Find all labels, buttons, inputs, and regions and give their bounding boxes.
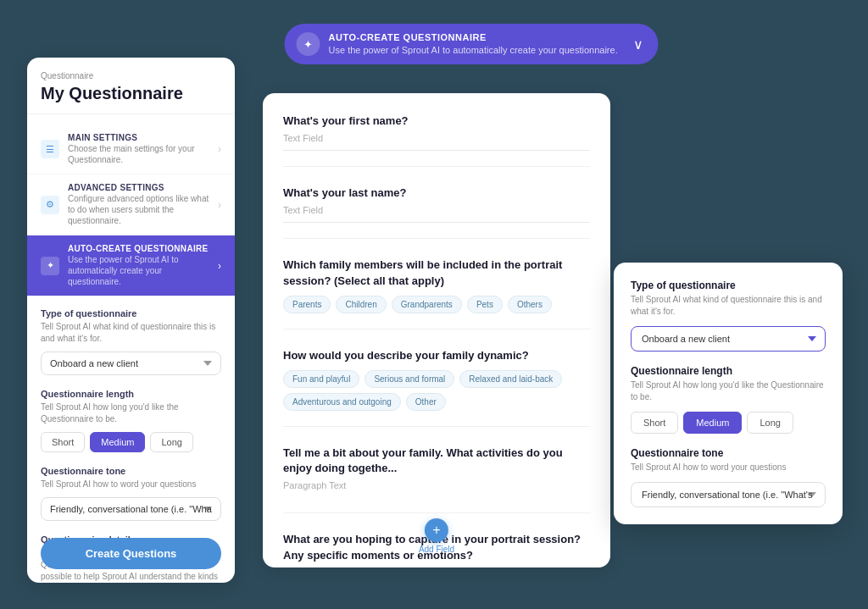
tone-desc: Tell Sprout AI how to word your question… (41, 479, 221, 490)
question-3-chips: Parents Children Grandparents Pets Other… (283, 296, 590, 313)
fp-tone-select[interactable]: Friendly, conversational tone (i.e. "Wha… (631, 482, 826, 507)
chip-children[interactable]: Children (336, 296, 386, 313)
type-select[interactable]: Onboard a new client Client feedback Pro… (41, 352, 221, 375)
chip-serious[interactable]: Serious and formal (364, 370, 454, 388)
banner-text: AUTO-CREATE QUESTIONNAIRE Use the power … (329, 32, 618, 56)
fp-type-title: Type of questionnaire (631, 280, 826, 291)
chip-others[interactable]: Others (508, 296, 552, 313)
type-title: Type of questionnaire (41, 308, 221, 318)
create-questions-button[interactable]: Create Questions (41, 538, 221, 569)
fp-length-desc: Tell Sprout AI how long you'd like the Q… (631, 379, 826, 403)
length-long-btn[interactable]: Long (150, 432, 192, 452)
fp-tone-desc: Tell Sprout AI how to word your question… (631, 462, 826, 473)
question-5: Tell me a bit about your family. What ac… (283, 446, 590, 513)
tone-title: Questionnaire tone (41, 466, 221, 476)
banner-title: AUTO-CREATE QUESTIONNAIRE (329, 32, 618, 42)
advanced-settings-chevron-icon: › (218, 199, 221, 211)
chip-parents[interactable]: Parents (283, 296, 331, 313)
length-desc: Tell Sprout AI how long you'd like the Q… (41, 401, 221, 425)
question-3: Which family members will be included in… (283, 257, 590, 329)
chip-adventurous[interactable]: Adventurous and outgoing (283, 393, 401, 411)
sidebar-menu: ☰ MAIN SETTINGS Choose the main settings… (27, 114, 235, 296)
banner-icon: ✦ (297, 32, 320, 56)
chip-relaxed[interactable]: Relaxed and laid-back (459, 370, 562, 388)
sidebar-header: Questionnaire My Questionnaire (27, 58, 235, 114)
fp-tone-title: Questionnaire tone (631, 447, 826, 459)
question-2-divider (283, 222, 590, 223)
type-desc: Tell Sprout AI what kind of questionnair… (41, 321, 221, 345)
question-4-chips: Fun and playful Serious and formal Relax… (283, 370, 590, 411)
advanced-settings-icon: ⚙ (41, 196, 59, 214)
fp-medium-btn[interactable]: Medium (683, 412, 742, 434)
advanced-settings-text: ADVANCED SETTINGS Configure advanced opt… (68, 183, 209, 226)
banner-chevron-icon[interactable]: ∨ (633, 36, 643, 53)
length-btn-group: Short Medium Long (41, 432, 221, 452)
main-settings-chevron-icon: › (218, 143, 221, 155)
question-2: What's your last name? Text Field (283, 185, 590, 239)
auto-create-desc: Use the power of Sprout AI to automatica… (68, 254, 209, 287)
tone-select[interactable]: Friendly, conversational tone (i.e. "Wha… (41, 497, 221, 521)
floating-panel: Type of questionnaire Tell Sprout AI wha… (614, 263, 843, 524)
tone-section: Questionnaire tone Tell Sprout AI how to… (41, 466, 221, 521)
chip-fun[interactable]: Fun and playful (283, 370, 359, 388)
chip-other[interactable]: Other (406, 393, 446, 411)
length-title: Questionnaire length (41, 389, 221, 399)
fp-length-title: Questionnaire length (631, 365, 826, 377)
question-1-text: What's your first name? (283, 113, 590, 129)
auto-create-label: AUTO-CREATE QUESTIONNAIRE (68, 244, 209, 253)
sidebar-item-main-settings[interactable]: ☰ MAIN SETTINGS Choose the main settings… (27, 125, 235, 174)
question-4-text: How would you describe your family dynam… (283, 348, 590, 363)
question-5-text: Tell me a bit about your family. What ac… (283, 446, 590, 476)
question-2-placeholder: Text Field (283, 205, 590, 215)
sidebar: Questionnaire My Questionnaire ☰ MAIN SE… (27, 58, 235, 583)
length-short-btn[interactable]: Short (41, 432, 85, 452)
breadcrumb: Questionnaire (41, 71, 221, 80)
fp-long-btn[interactable]: Long (747, 412, 793, 434)
sidebar-item-auto-create[interactable]: ✦ AUTO-CREATE QUESTIONNAIRE Use the powe… (27, 235, 235, 296)
length-medium-btn[interactable]: Medium (90, 432, 145, 452)
fp-type-select[interactable]: Onboard a new client Client feedback Pro… (631, 326, 826, 352)
question-1-divider (283, 150, 590, 151)
fp-length-btn-group: Short Medium Long (631, 412, 826, 434)
banner-subtitle: Use the power of Sprout AI to automatica… (329, 44, 618, 56)
page-title: My Questionnaire (41, 84, 221, 103)
advanced-settings-desc: Configure advanced options like what to … (68, 193, 209, 226)
main-settings-icon: ☰ (41, 140, 59, 158)
questionnaire-main: What's your first name? Text Field What'… (263, 93, 610, 567)
advanced-settings-label: ADVANCED SETTINGS (68, 183, 209, 192)
question-1: What's your first name? Text Field (283, 113, 590, 167)
add-field-plus-icon: + (425, 518, 448, 542)
auto-create-chevron-icon: › (218, 260, 221, 272)
question-3-text: Which family members will be included in… (283, 257, 590, 288)
chip-pets[interactable]: Pets (467, 296, 503, 313)
question-1-placeholder: Text Field (283, 133, 590, 143)
chip-grandparents[interactable]: Grandparents (392, 296, 462, 313)
auto-create-icon: ✦ (41, 257, 59, 275)
type-section: Type of questionnaire Tell Sprout AI wha… (41, 308, 221, 375)
auto-create-text: AUTO-CREATE QUESTIONNAIRE Use the power … (68, 244, 209, 287)
add-field-button[interactable]: + Add Field (419, 518, 454, 554)
main-settings-label: MAIN SETTINGS (68, 133, 209, 142)
auto-create-banner[interactable]: ✦ AUTO-CREATE QUESTIONNAIRE Use the powe… (285, 24, 659, 64)
main-settings-text: MAIN SETTINGS Choose the main settings f… (68, 133, 209, 165)
fp-type-desc: Tell Sprout AI what kind of questionnair… (631, 294, 826, 318)
fp-short-btn[interactable]: Short (631, 412, 678, 434)
length-section: Questionnaire length Tell Sprout AI how … (41, 389, 221, 452)
main-settings-desc: Choose the main settings for your Questi… (68, 143, 209, 165)
app-container: ✦ AUTO-CREATE QUESTIONNAIRE Use the powe… (0, 0, 868, 609)
sidebar-item-advanced-settings[interactable]: ⚙ ADVANCED SETTINGS Configure advanced o… (27, 174, 235, 235)
question-5-placeholder: Paragraph Text (283, 480, 590, 490)
add-field-label: Add Field (419, 545, 454, 554)
question-2-text: What's your last name? (283, 185, 590, 201)
question-4: How would you describe your family dynam… (283, 348, 590, 427)
